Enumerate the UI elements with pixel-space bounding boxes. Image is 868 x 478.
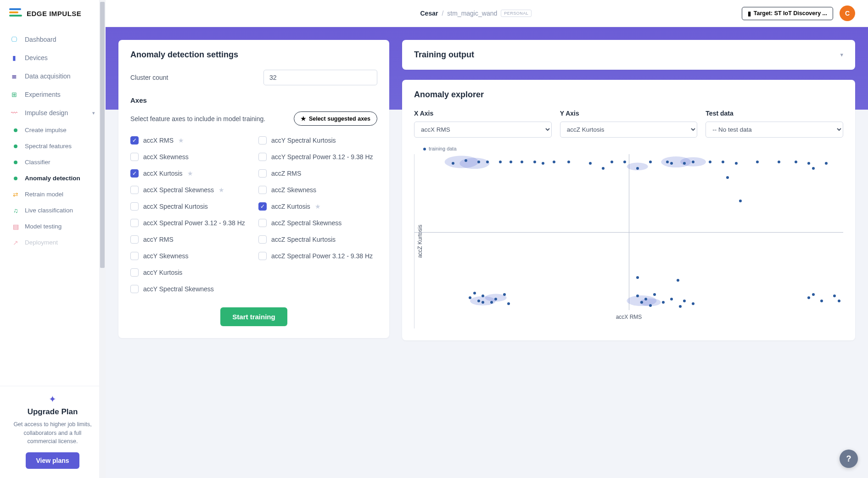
axis-checkbox[interactable] bbox=[258, 186, 267, 194]
axis-checkbox[interactable] bbox=[130, 268, 139, 277]
data-point[interactable] bbox=[640, 301, 643, 304]
data-point[interactable] bbox=[677, 279, 679, 282]
data-point[interactable] bbox=[602, 167, 605, 170]
nav-model-testing[interactable]: ▤Model testing bbox=[0, 218, 105, 234]
axis-checkbox[interactable] bbox=[130, 202, 139, 211]
axis-checkbox[interactable] bbox=[130, 186, 139, 194]
data-point[interactable] bbox=[469, 296, 471, 299]
data-point[interactable] bbox=[683, 300, 686, 302]
data-point[interactable] bbox=[477, 161, 480, 163]
avatar[interactable]: C bbox=[840, 6, 855, 21]
data-point[interactable] bbox=[653, 293, 656, 296]
data-point[interactable] bbox=[636, 167, 639, 170]
data-point[interactable] bbox=[692, 161, 694, 163]
axis-checkbox[interactable]: ✓ bbox=[130, 169, 139, 178]
nav-retrain[interactable]: ⇄Retrain model bbox=[0, 186, 105, 202]
breadcrumb-user[interactable]: Cesar bbox=[420, 10, 438, 17]
star-icon[interactable]: ★ bbox=[218, 186, 224, 194]
axis-checkbox[interactable] bbox=[130, 219, 139, 227]
data-point[interactable] bbox=[812, 167, 815, 170]
testdata-select[interactable]: -- No test data bbox=[706, 122, 843, 138]
nav-deployment[interactable]: ↗Deployment bbox=[0, 234, 105, 250]
axis-checkbox[interactable] bbox=[130, 235, 139, 244]
nav-create-impulse[interactable]: Create impulse bbox=[0, 122, 105, 138]
start-training-button[interactable]: Start training bbox=[220, 307, 287, 326]
axis-checkbox[interactable] bbox=[258, 252, 267, 260]
data-point[interactable] bbox=[807, 162, 810, 165]
data-point[interactable] bbox=[482, 295, 484, 297]
data-point[interactable] bbox=[644, 298, 647, 300]
axis-checkbox[interactable]: ✓ bbox=[258, 202, 267, 211]
data-point[interactable] bbox=[812, 293, 815, 296]
axis-checkbox[interactable] bbox=[258, 153, 267, 161]
breadcrumb-project[interactable]: stm_magic_wand bbox=[447, 10, 497, 17]
data-point[interactable] bbox=[756, 161, 759, 163]
data-point[interactable] bbox=[533, 161, 536, 163]
axis-checkbox[interactable] bbox=[130, 153, 139, 161]
data-point[interactable] bbox=[510, 161, 512, 163]
axis-checkbox[interactable] bbox=[258, 219, 267, 227]
data-point[interactable] bbox=[825, 162, 828, 165]
star-icon[interactable]: ★ bbox=[187, 170, 193, 177]
nav-experiments[interactable]: ⊞Experiments bbox=[0, 85, 105, 104]
data-point[interactable] bbox=[452, 162, 454, 165]
data-point[interactable] bbox=[610, 161, 613, 163]
nav-spectral[interactable]: Spectral features bbox=[0, 138, 105, 154]
data-point[interactable] bbox=[833, 295, 836, 297]
data-point[interactable] bbox=[636, 295, 639, 297]
view-plans-button[interactable]: View plans bbox=[26, 452, 79, 469]
data-point[interactable] bbox=[670, 162, 673, 165]
data-point[interactable] bbox=[722, 161, 724, 163]
axis-checkbox[interactable] bbox=[258, 169, 267, 178]
axis-checkbox[interactable] bbox=[130, 252, 139, 260]
data-point[interactable] bbox=[589, 162, 592, 165]
axis-checkbox[interactable] bbox=[258, 136, 267, 145]
nav-anomaly-detection[interactable]: Anomaly detection bbox=[0, 170, 105, 186]
data-point[interactable] bbox=[649, 304, 652, 307]
data-point[interactable] bbox=[494, 298, 497, 300]
data-point[interactable] bbox=[482, 301, 484, 304]
data-point[interactable] bbox=[670, 298, 673, 300]
data-point[interactable] bbox=[542, 162, 544, 165]
data-point[interactable] bbox=[636, 276, 639, 279]
select-suggested-axes-button[interactable]: ★ Select suggested axes bbox=[294, 111, 377, 126]
data-point[interactable] bbox=[692, 302, 694, 305]
nav-devices[interactable]: ▮Devices bbox=[0, 49, 105, 67]
data-point[interactable] bbox=[726, 176, 729, 179]
star-icon[interactable]: ★ bbox=[178, 137, 184, 144]
cluster-count-input[interactable] bbox=[263, 70, 377, 85]
chevron-down-icon[interactable]: ▾ bbox=[840, 52, 843, 58]
nav-live-classification[interactable]: ♫Live classification bbox=[0, 202, 105, 218]
target-button[interactable]: ▮ Target: ST IoT Discovery ... bbox=[742, 7, 833, 20]
data-point[interactable] bbox=[649, 161, 652, 163]
data-point[interactable] bbox=[820, 300, 823, 302]
logo[interactable]: EDGE IMPULSE bbox=[0, 0, 105, 27]
data-point[interactable] bbox=[490, 301, 493, 304]
axis-checkbox[interactable]: ✓ bbox=[130, 136, 139, 145]
help-button[interactable]: ? bbox=[840, 450, 858, 468]
data-point[interactable] bbox=[735, 162, 738, 165]
data-point[interactable] bbox=[507, 302, 510, 305]
nav-impulse-design[interactable]: 〰Impulse design ▾ bbox=[0, 104, 105, 122]
data-point[interactable] bbox=[838, 300, 840, 302]
data-point[interactable] bbox=[623, 161, 626, 163]
data-point[interactable] bbox=[477, 300, 480, 302]
nav-dashboard[interactable]: 🖵Dashboard bbox=[0, 30, 105, 49]
star-icon[interactable]: ★ bbox=[315, 203, 321, 210]
data-point[interactable] bbox=[778, 161, 780, 163]
axis-checkbox[interactable] bbox=[130, 285, 139, 293]
data-point[interactable] bbox=[679, 305, 682, 308]
data-point[interactable] bbox=[567, 161, 570, 163]
data-point[interactable] bbox=[666, 161, 669, 163]
nav-data-acquisition[interactable]: ≣Data acquisition bbox=[0, 67, 105, 85]
axis-checkbox[interactable] bbox=[258, 235, 267, 244]
data-point[interactable] bbox=[795, 161, 797, 163]
data-point[interactable] bbox=[465, 159, 467, 162]
data-point[interactable] bbox=[553, 161, 555, 163]
yaxis-select[interactable]: accZ Kurtosis bbox=[560, 122, 698, 138]
data-point[interactable] bbox=[739, 200, 742, 202]
data-point[interactable] bbox=[683, 162, 686, 165]
data-point[interactable] bbox=[473, 292, 476, 295]
scatter-plot[interactable]: accZ Kurtosis accX RMS bbox=[414, 154, 843, 328]
data-point[interactable] bbox=[503, 293, 506, 296]
